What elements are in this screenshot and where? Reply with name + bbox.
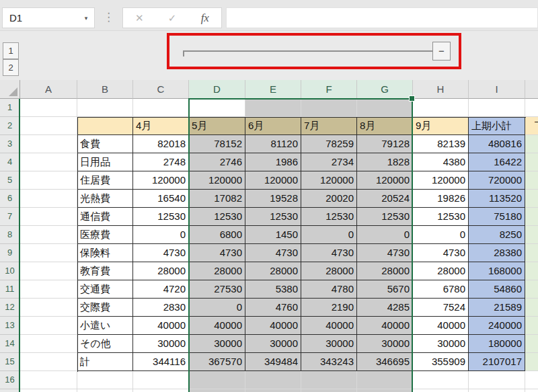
- cell-B9[interactable]: 保険料: [77, 244, 133, 262]
- cell-J2[interactable]: 下期小計: [525, 117, 538, 135]
- cell-I8[interactable]: 8250: [469, 226, 525, 244]
- cell-F14[interactable]: 30000: [301, 335, 357, 353]
- column-header-G[interactable]: G: [357, 80, 413, 99]
- cell-C6[interactable]: 16540: [133, 190, 189, 208]
- row-header-partial[interactable]: [0, 389, 20, 392]
- cell-H5[interactable]: 120000: [413, 171, 469, 190]
- cell-I10[interactable]: 168000: [469, 262, 525, 280]
- row-header-6[interactable]: 6: [0, 190, 20, 208]
- cell-E12[interactable]: 4760: [245, 299, 301, 317]
- cell-F7[interactable]: 12530: [301, 208, 357, 226]
- cell-J5[interactable]: [525, 171, 538, 190]
- cell-A7[interactable]: [20, 208, 77, 226]
- row-header-8[interactable]: 8: [0, 226, 20, 244]
- cell-G15[interactable]: 346695: [357, 353, 413, 371]
- column-header-E[interactable]: E: [245, 80, 301, 99]
- cell-B10[interactable]: 教育費: [77, 262, 133, 280]
- cell-J3[interactable]: [525, 135, 538, 153]
- cell-C8[interactable]: 0: [133, 226, 189, 244]
- cell-J9[interactable]: [525, 244, 538, 262]
- cell-A5[interactable]: [20, 171, 77, 190]
- cell-I13[interactable]: 240000: [469, 317, 525, 335]
- cell-B4[interactable]: 日用品: [77, 153, 133, 171]
- cell-C4[interactable]: 2748: [133, 153, 189, 171]
- cell-E7[interactable]: 12530: [245, 208, 301, 226]
- cell-C11[interactable]: 4720: [133, 280, 189, 299]
- cell-B7[interactable]: 通信費: [77, 208, 133, 226]
- cell-C17[interactable]: [133, 389, 189, 392]
- cell-J12[interactable]: [525, 299, 538, 317]
- cell-B1[interactable]: [77, 99, 133, 117]
- cell-J8[interactable]: [525, 226, 538, 244]
- cell-D6[interactable]: 17082: [189, 190, 245, 208]
- cell-I3[interactable]: 480816: [469, 135, 525, 153]
- cell-D13[interactable]: 40000: [189, 317, 245, 335]
- cell-E3[interactable]: 81120: [245, 135, 301, 153]
- cell-H17[interactable]: [413, 389, 469, 392]
- cell-G14[interactable]: 30000: [357, 335, 413, 353]
- row-header-16[interactable]: 16: [0, 371, 20, 389]
- cell-B6[interactable]: 光熱費: [77, 190, 133, 208]
- cell-D7[interactable]: 12530: [189, 208, 245, 226]
- select-all-corner[interactable]: [0, 80, 20, 99]
- cell-F9[interactable]: 4730: [301, 244, 357, 262]
- cell-A1[interactable]: [20, 99, 77, 117]
- cell-B8[interactable]: 医療費: [77, 226, 133, 244]
- cell-E6[interactable]: 19528: [245, 190, 301, 208]
- cell-E10[interactable]: 28000: [245, 262, 301, 280]
- cell-J14[interactable]: [525, 335, 538, 353]
- cell-E4[interactable]: 1986: [245, 153, 301, 171]
- row-header-1[interactable]: 1: [0, 99, 20, 117]
- column-header-I[interactable]: I: [469, 80, 525, 99]
- cell-H16[interactable]: [413, 371, 469, 389]
- cell-E11[interactable]: 5380: [245, 280, 301, 299]
- column-header-F[interactable]: F: [301, 80, 357, 99]
- cell-A3[interactable]: [20, 135, 77, 153]
- column-header-D[interactable]: D: [189, 80, 245, 99]
- cell-B3[interactable]: 食費: [77, 135, 133, 153]
- cell-J11[interactable]: [525, 280, 538, 299]
- row-header-3[interactable]: 3: [0, 135, 20, 153]
- cell-C2[interactable]: 4月: [133, 117, 189, 135]
- cell-A9[interactable]: [20, 244, 77, 262]
- row-header-9[interactable]: 9: [0, 244, 20, 262]
- cell-A14[interactable]: [20, 335, 77, 353]
- cell-G12[interactable]: 4285: [357, 299, 413, 317]
- cell-A17[interactable]: [20, 389, 77, 392]
- cell-H13[interactable]: 40000: [413, 317, 469, 335]
- cell-H10[interactable]: 28000: [413, 262, 469, 280]
- cell-A6[interactable]: [20, 190, 77, 208]
- cell-G6[interactable]: 20524: [357, 190, 413, 208]
- cell-F2[interactable]: 7月: [301, 117, 357, 135]
- cell-I7[interactable]: 75180: [469, 208, 525, 226]
- cell-F13[interactable]: 40000: [301, 317, 357, 335]
- cell-D12[interactable]: 0: [189, 299, 245, 317]
- cell-J13[interactable]: [525, 317, 538, 335]
- cell-J17[interactable]: [525, 389, 538, 392]
- cell-A8[interactable]: [20, 226, 77, 244]
- cell-E1[interactable]: [245, 99, 301, 117]
- cell-I2[interactable]: 上期小計: [469, 117, 525, 135]
- cell-D3[interactable]: 78152: [189, 135, 245, 153]
- cell-F1[interactable]: [301, 99, 357, 117]
- cell-H1[interactable]: [413, 99, 469, 117]
- cell-F17[interactable]: [301, 389, 357, 392]
- cell-D1[interactable]: [189, 99, 245, 117]
- cell-C3[interactable]: 82018: [133, 135, 189, 153]
- cell-I14[interactable]: 180000: [469, 335, 525, 353]
- cell-D11[interactable]: 27530: [189, 280, 245, 299]
- cell-B12[interactable]: 交際費: [77, 299, 133, 317]
- cell-D17[interactable]: [189, 389, 245, 392]
- cell-A13[interactable]: [20, 317, 77, 335]
- cell-E17[interactable]: [245, 389, 301, 392]
- row-header-12[interactable]: 12: [0, 299, 20, 317]
- column-header-B[interactable]: B: [77, 80, 133, 99]
- cell-G10[interactable]: 28000: [357, 262, 413, 280]
- cell-I17[interactable]: [469, 389, 525, 392]
- cell-F10[interactable]: 28000: [301, 262, 357, 280]
- cell-J4[interactable]: [525, 153, 538, 171]
- cell-G8[interactable]: 0: [357, 226, 413, 244]
- outline-level-1-button[interactable]: 1: [3, 42, 19, 59]
- cell-G9[interactable]: 4730: [357, 244, 413, 262]
- cell-C10[interactable]: 28000: [133, 262, 189, 280]
